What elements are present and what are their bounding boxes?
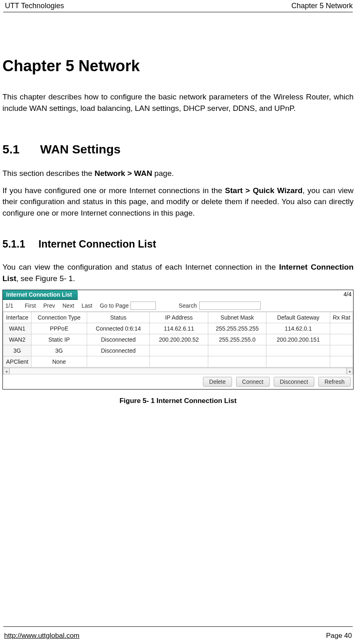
footer-page: Page 40 <box>326 632 352 640</box>
footer-link[interactable]: http://www.uttglobal.com <box>4 632 79 640</box>
footer-rule <box>3 626 353 627</box>
record-count: 4/4 <box>344 290 353 297</box>
header-left: UTT Technologies <box>5 2 64 10</box>
figure-caption: Figure 5- 1 Internet Connection List <box>2 397 354 405</box>
col-status[interactable]: Status <box>87 312 150 323</box>
table-row[interactable]: 3G 3G Disconnected <box>3 345 353 356</box>
cell-rx <box>330 334 353 345</box>
cell-status: Disconnected <box>87 345 150 356</box>
cell-status <box>87 356 150 367</box>
cell-gw: 200.200.200.151 <box>266 334 330 345</box>
cell-gw <box>266 345 330 356</box>
col-rx-rate[interactable]: Rx Rat <box>330 312 353 323</box>
connection-table: Interface Connection Type Status IP Addr… <box>3 312 353 367</box>
cell-interface: APClient <box>3 356 32 367</box>
disconnect-button[interactable]: Disconnect <box>274 377 314 387</box>
cell-ip <box>150 345 208 356</box>
section-title: WAN Settings <box>40 142 121 156</box>
cell-ctype: None <box>32 356 87 367</box>
col-subnet-mask[interactable]: Subnet Mask <box>208 312 266 323</box>
header-rule <box>3 12 353 12</box>
panel-title: Internet Connection List <box>3 290 78 300</box>
cell-rx <box>330 345 353 356</box>
col-interface[interactable]: Interface <box>3 312 32 323</box>
table-row[interactable]: APClient None <box>3 356 353 367</box>
cell-ctype: 3G <box>32 345 87 356</box>
pager-page-label: Page <box>115 302 129 309</box>
cell-gw <box>266 356 330 367</box>
refresh-button[interactable]: Refresh <box>318 377 351 387</box>
cell-interface: WAN2 <box>3 334 32 345</box>
section-heading: 5.1WAN Settings <box>2 142 354 156</box>
cell-mask: 255.255.255.255 <box>208 323 266 334</box>
text: This section describes the <box>2 169 95 178</box>
cell-ip: 200.200.200.52 <box>150 334 208 345</box>
intro-paragraph: This chapter describes how to configure … <box>2 91 354 114</box>
section-p1: This section describes the Network > WAN… <box>2 168 354 179</box>
screenshot-figure: Internet Connection List 4/4 1/1 First P… <box>2 290 354 390</box>
cell-interface: WAN1 <box>3 323 32 334</box>
cell-ip <box>150 356 208 367</box>
header-right: Chapter 5 Network <box>291 2 353 10</box>
pager-last[interactable]: Last <box>81 302 99 309</box>
pager-prev[interactable]: Prev <box>43 302 63 309</box>
pager-first[interactable]: First <box>25 302 43 309</box>
pager: 1/1 First Prev Next Last Go to Page Sear… <box>3 300 353 312</box>
col-ip-address[interactable]: IP Address <box>150 312 208 323</box>
col-default-gateway[interactable]: Default Gateway <box>266 312 330 323</box>
cell-gw: 114.62.0.1 <box>266 323 330 334</box>
connect-button[interactable]: Connect <box>236 377 270 387</box>
cell-ip: 114.62.6.11 <box>150 323 208 334</box>
cell-mask: 255.255.255.0 <box>208 334 266 345</box>
nav-path: Network > WAN <box>95 169 152 178</box>
table-header-row: Interface Connection Type Status IP Addr… <box>3 312 353 323</box>
section-number: 5.1 <box>2 142 40 156</box>
table-row[interactable]: WAN2 Static IP Disconnected 200.200.200.… <box>3 334 353 345</box>
table-row[interactable]: WAN1 PPPoE Connected 0:6:14 114.62.6.11 … <box>3 323 353 334</box>
cell-status: Disconnected <box>87 334 150 345</box>
search-input[interactable] <box>199 302 261 310</box>
subsection-number: 5.1.1 <box>2 238 38 250</box>
cell-interface: 3G <box>3 345 32 356</box>
horizontal-scrollbar[interactable]: ◂ ▸ <box>3 367 353 374</box>
scroll-left-icon[interactable]: ◂ <box>3 368 9 374</box>
scroll-right-icon[interactable]: ▸ <box>347 368 353 374</box>
scroll-track[interactable] <box>9 368 347 374</box>
cell-ctype: Static IP <box>32 334 87 345</box>
cell-rx <box>330 323 353 334</box>
text: If you have configured one or more Inter… <box>2 186 225 195</box>
subsection-title: Internet Connection List <box>38 238 156 250</box>
chapter-title: Chapter 5 Network <box>2 57 354 75</box>
search-label: Search <box>179 302 197 309</box>
delete-button[interactable]: Delete <box>203 377 232 387</box>
nav-path: Start > Quick Wizard <box>225 186 302 195</box>
cell-rx <box>330 356 353 367</box>
subsection-p: You can view the configuration and statu… <box>2 261 354 284</box>
text: page. <box>152 169 174 178</box>
text: , see Figure 5- 1. <box>16 274 75 283</box>
pager-pos: 1/1 <box>5 302 25 309</box>
section-p2: If you have configured one or more Inter… <box>2 185 354 219</box>
pager-next[interactable]: Next <box>62 302 81 309</box>
cell-status: Connected 0:6:14 <box>87 323 150 334</box>
cell-mask <box>208 356 266 367</box>
pager-goto-label: Go to <box>100 302 114 309</box>
cell-ctype: PPPoE <box>32 323 87 334</box>
goto-page-input[interactable] <box>131 302 156 310</box>
col-connection-type[interactable]: Connection Type <box>32 312 87 323</box>
text: You can view the configuration and statu… <box>2 263 279 271</box>
subsection-heading: 5.1.1Internet Connection List <box>2 238 354 250</box>
action-buttons: Delete Connect Disconnect Refresh <box>3 374 353 389</box>
cell-mask <box>208 345 266 356</box>
